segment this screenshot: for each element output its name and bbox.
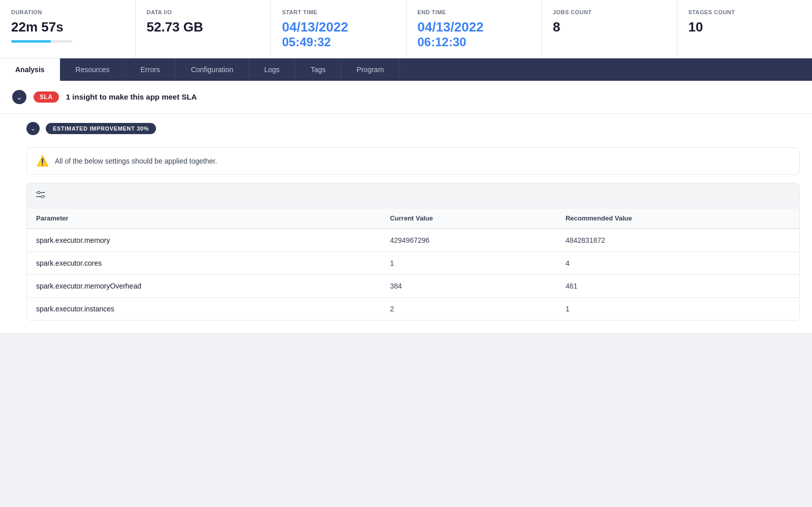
chevron-down-icon-sm: ⌄: [30, 125, 36, 132]
table-cell-param: spark.executor.memoryOverhead: [27, 274, 381, 297]
warning-text: All of the below settings should be appl…: [55, 157, 217, 165]
svg-point-2: [38, 191, 40, 194]
metric-stages-count-label: STAGES COUNT: [689, 9, 801, 15]
table-row: spark.executor.instances21: [27, 297, 799, 320]
insight-sub-header: ⌄ ESTIMATED IMPROVEMENT 30%: [26, 114, 800, 143]
table-cell-recommended: 4842831872: [556, 229, 799, 252]
tab-logs[interactable]: Logs: [249, 58, 295, 81]
metric-jobs-count-value: 8: [553, 19, 666, 35]
table-cell-current: 4294967296: [381, 229, 556, 252]
metric-start-time-date: 04/13/2022: [282, 19, 395, 35]
table-row: spark.executor.memoryOverhead384461: [27, 274, 799, 297]
param-table: Parameter Current Value Recommended Valu…: [27, 208, 799, 320]
metric-stages-count-value: 10: [689, 19, 801, 35]
table-cell-current: 2: [381, 297, 556, 320]
tab-tags[interactable]: Tags: [295, 58, 341, 81]
tab-errors[interactable]: Errors: [126, 58, 176, 81]
filter-icon: [36, 191, 45, 201]
table-cell-current: 384: [381, 274, 556, 297]
sla-collapse-button[interactable]: ⌄: [12, 90, 26, 104]
metric-data-io: DATA I/O 52.73 GB: [136, 0, 271, 58]
table-cell-param: spark.executor.instances: [27, 297, 381, 320]
metric-duration-label: DURATION: [11, 9, 124, 15]
table-cell-param: spark.executor.memory: [27, 229, 381, 252]
metric-duration-value: 22m 57s: [11, 19, 124, 35]
table-cell-recommended: 1: [556, 297, 799, 320]
metrics-bar: DURATION 22m 57s DATA I/O 52.73 GB START…: [0, 0, 812, 58]
metric-end-time-label: END TIME: [418, 9, 530, 15]
tab-configuration[interactable]: Configuration: [176, 58, 249, 81]
metric-data-io-value: 52.73 GB: [147, 19, 260, 35]
chevron-down-icon: ⌄: [16, 93, 22, 101]
metric-duration: DURATION 22m 57s: [0, 0, 136, 58]
sla-header-row: ⌄ SLA 1 insight to make this app meet SL…: [0, 81, 812, 114]
metric-jobs-count-label: JOBS COUNT: [553, 9, 666, 15]
table-row: spark.executor.memory4294967296484283187…: [27, 229, 799, 252]
improvement-badge: ESTIMATED IMPROVEMENT 30%: [46, 123, 156, 134]
insight-card: ⌄ ESTIMATED IMPROVEMENT 30% ⚠️ All of th…: [26, 114, 812, 333]
tab-bar: Analysis Resources Errors Configuration …: [0, 58, 812, 81]
metric-end-time-date: 04/13/2022: [418, 19, 530, 35]
warning-notice: ⚠️ All of the below settings should be a…: [26, 147, 800, 175]
main-content: ⌄ SLA 1 insight to make this app meet SL…: [0, 81, 812, 333]
table-cell-recommended: 4: [556, 251, 799, 274]
metric-start-time-label: START TIME: [282, 9, 395, 15]
metric-start-time-time: 05:49:32: [282, 35, 395, 50]
table-cell-recommended: 461: [556, 274, 799, 297]
tab-analysis[interactable]: Analysis: [0, 58, 60, 81]
warning-icon: ⚠️: [36, 155, 49, 167]
tab-resources[interactable]: Resources: [60, 58, 126, 81]
param-table-wrap: Parameter Current Value Recommended Valu…: [26, 183, 800, 321]
col-parameter: Parameter: [27, 208, 381, 229]
metric-end-time: END TIME 04/13/2022 06:12:30: [407, 0, 542, 58]
metric-data-io-label: DATA I/O: [147, 9, 260, 15]
col-recommended-value: Recommended Value: [556, 208, 799, 229]
insight-collapse-button[interactable]: ⌄: [26, 122, 40, 135]
sla-section: ⌄ SLA 1 insight to make this app meet SL…: [0, 81, 812, 333]
param-table-header: [27, 183, 799, 208]
tab-program[interactable]: Program: [341, 58, 400, 81]
metric-stages-count: STAGES COUNT 10: [677, 0, 813, 58]
metric-end-time-time: 06:12:30: [418, 35, 530, 50]
metric-start-time: START TIME 04/13/2022 05:49:32: [271, 0, 407, 58]
table-cell-current: 1: [381, 251, 556, 274]
svg-point-3: [42, 195, 44, 198]
duration-progress-fill: [11, 40, 51, 43]
col-current-value: Current Value: [381, 208, 556, 229]
table-header-row: Parameter Current Value Recommended Valu…: [27, 208, 799, 229]
table-cell-param: spark.executor.cores: [27, 251, 381, 274]
metric-jobs-count: JOBS COUNT 8: [542, 0, 677, 58]
sla-insight-text: 1 insight to make this app meet SLA: [66, 92, 197, 101]
table-row: spark.executor.cores14: [27, 251, 799, 274]
sla-badge: SLA: [34, 91, 59, 103]
duration-progress-wrap: [11, 40, 72, 43]
